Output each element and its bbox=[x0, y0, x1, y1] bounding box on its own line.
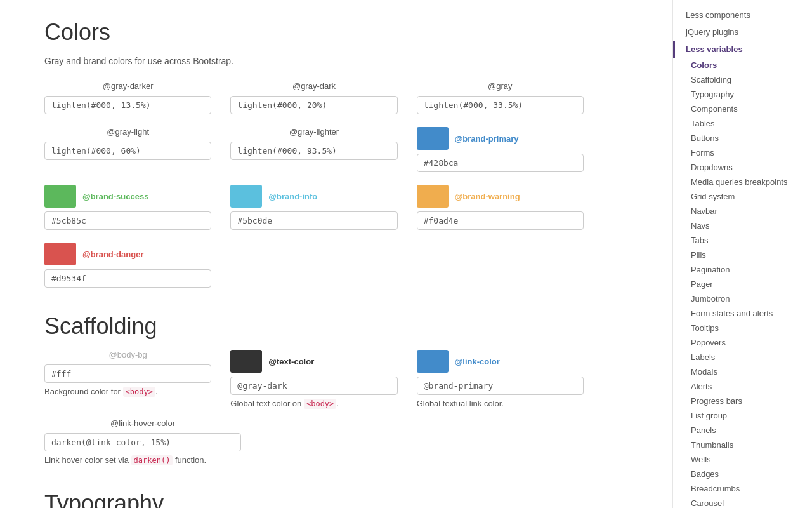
sidebar-link-labels[interactable]: Labels bbox=[673, 350, 812, 364]
scaff-swatch-label-link-color: @link-color bbox=[455, 357, 500, 366]
scaff-value-body-bg[interactable] bbox=[44, 364, 211, 383]
sidebar-link-alerts[interactable]: Alerts bbox=[673, 379, 812, 394]
sidebar-link-breadcrumbs[interactable]: Breadcrumbs bbox=[673, 481, 812, 496]
sidebar-link-tables[interactable]: Tables bbox=[673, 116, 812, 131]
scaff-item-text-color: @text-color Global text color on <body>. bbox=[230, 350, 397, 408]
scaff-item-body-bg: @body-bg Background color for <body>. bbox=[44, 350, 211, 408]
sidebar-link-panels[interactable]: Panels bbox=[673, 423, 812, 438]
color-label-gray: @gray bbox=[417, 81, 584, 91]
color-item-brand-danger: @brand-danger bbox=[44, 243, 211, 288]
color-swatch-row-brand-danger: @brand-danger bbox=[44, 243, 211, 265]
main-content: Colors Gray and brand colors for use acr… bbox=[0, 0, 609, 508]
color-swatch-brand-success bbox=[44, 185, 76, 208]
color-item-brand-warning: @brand-warning bbox=[417, 185, 584, 230]
color-item-gray-light: @gray-light bbox=[44, 127, 211, 172]
sidebar-link-navbar[interactable]: Navbar bbox=[673, 204, 812, 218]
sidebar-link-thumbnails[interactable]: Thumbnails bbox=[673, 438, 812, 452]
sidebar-link-list-group[interactable]: List group bbox=[673, 408, 812, 423]
scaff-value-text-color[interactable] bbox=[230, 377, 397, 395]
link-hover-desc: Link hover color set via darken() functi… bbox=[44, 455, 241, 465]
scaff-swatch-label-text-color: @text-color bbox=[268, 357, 314, 366]
sidebar-link-badges[interactable]: Badges bbox=[673, 467, 812, 481]
sidebar-link-media-queries[interactable]: Media queries breakpoints bbox=[673, 175, 812, 189]
typography-section: Typography Font, line-height, and color … bbox=[44, 490, 584, 508]
sidebar: Less components jQuery plugins Less vari… bbox=[672, 0, 812, 508]
link-hover-label: @link-hover-color bbox=[44, 418, 241, 428]
color-swatch-label-brand-warning: @brand-warning bbox=[455, 192, 520, 201]
color-item-gray: @gray bbox=[417, 81, 584, 114]
scaff-desc-body-bg: Background color for <body>. bbox=[44, 387, 211, 396]
scaff-desc-link-color: Global textual link color. bbox=[417, 399, 584, 408]
sidebar-link-pills[interactable]: Pills bbox=[673, 248, 812, 262]
scaff-label-body-bg: @body-bg bbox=[44, 350, 211, 359]
color-value-brand-warning[interactable] bbox=[417, 211, 584, 230]
sidebar-link-jumbotron[interactable]: Jumbotron bbox=[673, 291, 812, 306]
color-label-gray-light: @gray-light bbox=[44, 127, 211, 137]
color-value-brand-info[interactable] bbox=[230, 211, 397, 230]
color-label-gray-darker: @gray-darker bbox=[44, 81, 211, 91]
sidebar-link-forms[interactable]: Forms bbox=[673, 145, 812, 160]
color-swatch-label-brand-primary: @brand-primary bbox=[455, 134, 519, 144]
color-swatch-label-brand-info: @brand-info bbox=[268, 192, 317, 201]
sidebar-link-typography[interactable]: Typography bbox=[673, 87, 812, 102]
sidebar-top-link-jquery-plugins[interactable]: jQuery plugins bbox=[673, 23, 812, 41]
color-label-gray-dark: @gray-dark bbox=[230, 81, 397, 91]
color-swatch-brand-warning bbox=[417, 185, 449, 208]
link-hover-value[interactable] bbox=[44, 433, 241, 451]
color-value-gray[interactable] bbox=[417, 96, 584, 114]
sidebar-link-tabs[interactable]: Tabs bbox=[673, 233, 812, 248]
color-swatch-row-brand-primary: @brand-primary bbox=[417, 127, 584, 150]
sidebar-link-scaffolding[interactable]: Scaffolding bbox=[673, 72, 812, 87]
sidebar-top-link-less-components[interactable]: Less components bbox=[673, 6, 812, 23]
color-item-brand-success: @brand-success bbox=[44, 185, 211, 230]
scaff-swatch-link-color bbox=[417, 350, 449, 373]
scaff-item-link-color: @link-color Global textual link color. bbox=[417, 350, 584, 408]
color-item-brand-info: @brand-info bbox=[230, 185, 397, 230]
color-swatch-row-brand-info: @brand-info bbox=[230, 185, 397, 208]
scaff-swatch-row-link-color: @link-color bbox=[417, 350, 584, 373]
colors-title: Colors bbox=[44, 19, 584, 51]
sidebar-link-modals[interactable]: Modals bbox=[673, 364, 812, 379]
color-swatch-brand-danger bbox=[44, 243, 76, 265]
color-item-brand-primary: @brand-primary bbox=[417, 127, 584, 172]
color-value-gray-darker[interactable] bbox=[44, 96, 211, 114]
sidebar-link-colors[interactable]: Colors bbox=[673, 58, 812, 72]
sidebar-link-dropdowns[interactable]: Dropdowns bbox=[673, 160, 812, 175]
scaff-swatch-text-color bbox=[230, 350, 262, 373]
sidebar-link-tooltips[interactable]: Tooltips bbox=[673, 321, 812, 335]
sidebar-link-components[interactable]: Components bbox=[673, 102, 812, 116]
sidebar-link-carousel[interactable]: Carousel bbox=[673, 496, 812, 508]
sidebar-link-pager[interactable]: Pager bbox=[673, 277, 812, 291]
color-value-gray-light[interactable] bbox=[44, 142, 211, 160]
color-value-brand-primary[interactable] bbox=[417, 154, 584, 172]
scaffolding-title: Scaffolding bbox=[44, 313, 584, 345]
sidebar-link-form-states[interactable]: Form states and alerts bbox=[673, 306, 812, 321]
color-item-gray-darker: @gray-darker bbox=[44, 81, 211, 114]
color-item-gray-dark: @gray-dark bbox=[230, 81, 397, 114]
colors-subtitle: Gray and brand colors for use across Boo… bbox=[44, 56, 584, 66]
link-hover-section: @link-hover-color Link hover color set v… bbox=[44, 418, 241, 465]
color-swatch-brand-info bbox=[230, 185, 262, 208]
color-value-brand-danger[interactable] bbox=[44, 269, 211, 288]
color-swatch-row-brand-success: @brand-success bbox=[44, 185, 211, 208]
typography-title: Typography bbox=[44, 490, 584, 508]
sidebar-link-progress-bars[interactable]: Progress bars bbox=[673, 394, 812, 408]
sidebar-link-popovers[interactable]: Popovers bbox=[673, 335, 812, 350]
color-value-gray-lighter[interactable] bbox=[230, 142, 397, 160]
color-swatch-brand-primary bbox=[417, 127, 449, 150]
sidebar-link-navs[interactable]: Navs bbox=[673, 218, 812, 233]
color-swatch-label-brand-success: @brand-success bbox=[82, 192, 148, 201]
color-swatch-row-brand-warning: @brand-warning bbox=[417, 185, 584, 208]
scaff-value-link-color[interactable] bbox=[417, 377, 584, 395]
sidebar-link-wells[interactable]: Wells bbox=[673, 452, 812, 467]
scaffolding-grid: @body-bg Background color for <body>. @t… bbox=[44, 350, 584, 408]
sidebar-link-buttons[interactable]: Buttons bbox=[673, 131, 812, 145]
scaff-swatch-row-text-color: @text-color bbox=[230, 350, 397, 373]
sidebar-link-grid-system[interactable]: Grid system bbox=[673, 189, 812, 204]
color-value-gray-dark[interactable] bbox=[230, 96, 397, 114]
scaff-desc-text-color: Global text color on <body>. bbox=[230, 399, 397, 408]
sidebar-link-pagination[interactable]: Pagination bbox=[673, 262, 812, 277]
sidebar-active-section: Less variables bbox=[673, 41, 812, 58]
colors-section: Colors Gray and brand colors for use acr… bbox=[44, 19, 584, 288]
color-value-brand-success[interactable] bbox=[44, 211, 211, 230]
